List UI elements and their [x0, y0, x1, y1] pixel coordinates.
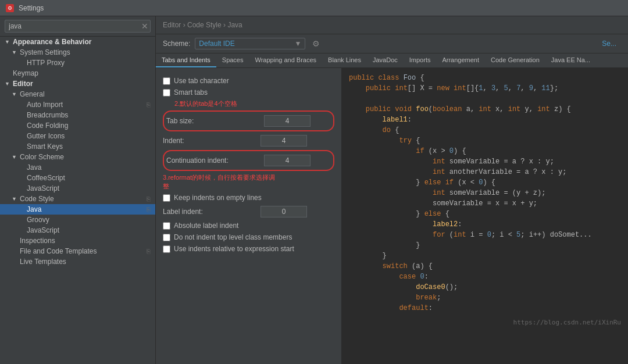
tab-javadoc[interactable]: JavaDoc	[367, 53, 404, 67]
no-indent-checkbox[interactable]	[163, 234, 170, 241]
tab-java-ee[interactable]: Java EE Na...	[545, 53, 596, 67]
tab-wrapping[interactable]: Wrapping and Braces	[249, 53, 323, 67]
code-line: try {	[349, 135, 621, 146]
sidebar-item-system-settings[interactable]: ▼ System Settings	[0, 47, 155, 58]
copy-icon: ⎘	[147, 101, 151, 108]
sidebar-item-label: Code Folding	[27, 122, 68, 130]
sidebar-item-java[interactable]: Java ⎘	[0, 204, 155, 215]
sidebar-item-http-proxy[interactable]: HTTP Proxy	[0, 58, 155, 68]
tab-code-gen[interactable]: Code Generation	[485, 53, 545, 67]
no-indent-row: Do not indent top level class members	[163, 231, 334, 243]
sidebar-item-label: Code Style	[20, 195, 54, 203]
title-bar: ⚙ Settings	[0, 0, 628, 16]
code-line: int anotherVariable = a ? x : y;	[349, 167, 621, 177]
sidebar-item-auto-import[interactable]: Auto Import ⎘	[0, 99, 155, 110]
sidebar-item-live-templates[interactable]: Live Templates	[0, 256, 155, 267]
keep-indents-checkbox[interactable]	[163, 194, 170, 202]
sidebar-item-label: Gutter Icons	[27, 132, 65, 140]
indent-input[interactable]	[261, 135, 307, 147]
scheme-value: Default IDE	[199, 40, 234, 48]
sidebar-item-general[interactable]: ▼ General	[0, 89, 155, 99]
sidebar-item-cs-javascript[interactable]: JavaScript	[0, 183, 155, 194]
smart-tabs-label: Smart tabs	[174, 88, 208, 97]
tab-size-label: Tab size:	[166, 117, 259, 125]
split-view: Use tab character Smart tabs 2.默认的tab是4个…	[156, 68, 628, 364]
smart-tabs-row: Smart tabs	[163, 87, 334, 98]
arrow-icon: ▼	[12, 91, 17, 97]
absolute-label-label: Absolute label indent	[174, 222, 238, 230]
sidebar-item-gutter-icons[interactable]: Gutter Icons	[0, 131, 155, 141]
see-link[interactable]: Se...	[602, 40, 621, 48]
search-clear-icon[interactable]: ✕	[141, 22, 148, 31]
window-title: Settings	[19, 4, 44, 12]
sidebar-item-breadcrumbs[interactable]: Breadcrumbs	[0, 110, 155, 120]
arrow-icon: ▼	[12, 154, 17, 160]
sidebar-item-label: Appearance & Behavior	[13, 38, 91, 46]
label-indent-label: Label indent:	[163, 208, 256, 216]
sidebar-item-label: Smart Keys	[27, 142, 63, 151]
tab-size-row: Tab size:	[166, 113, 331, 129]
code-line: public class Foo {	[349, 73, 621, 83]
indent-label: Indent:	[163, 137, 256, 145]
sidebar-item-label: Color Scheme	[20, 153, 64, 161]
watermark: https://blog.csdn.net/iXinRu	[349, 318, 621, 328]
copy-icon: ⎘	[147, 195, 151, 202]
smart-tabs-checkbox[interactable]	[163, 89, 170, 97]
tab-imports[interactable]: Imports	[404, 53, 437, 67]
sidebar-item-label: System Settings	[20, 48, 70, 56]
gear-button[interactable]: ⚙	[310, 38, 322, 49]
sidebar-item-javascript-cs[interactable]: JavaScript	[0, 225, 155, 235]
tab-arrangement[interactable]: Arrangement	[436, 53, 485, 67]
sidebar-item-code-folding[interactable]: Code Folding	[0, 120, 155, 131]
scheme-select[interactable]: Default IDE ▼	[195, 38, 305, 49]
sidebar-item-label: Java	[27, 163, 41, 172]
sidebar-item-label: Live Templates	[20, 258, 66, 266]
arrow-icon: ▼	[12, 196, 17, 202]
code-line: } else if (x < 0) {	[349, 177, 621, 188]
sidebar-item-keymap[interactable]: Keymap	[0, 68, 155, 78]
sidebar-item-appearance[interactable]: ▼ Appearance & Behavior	[0, 37, 155, 47]
sidebar-item-color-scheme[interactable]: ▼ Color Scheme	[0, 152, 155, 162]
code-line: }	[349, 251, 621, 261]
label-indent-input[interactable]	[261, 206, 307, 217]
sidebar-item-groovy[interactable]: Groovy	[0, 215, 155, 225]
annotation-reformat: 3.reformat的时候，自行按着要求选择调整	[163, 172, 279, 192]
breadcrumb: Editor › Code Style › Java	[156, 16, 628, 34]
code-line: for (int i = 0; i < 5; i++) doSomet...	[349, 230, 621, 240]
sidebar-item-label: HTTP Proxy	[27, 59, 65, 67]
code-line: doCase0();	[349, 282, 621, 292]
absolute-label-checkbox[interactable]	[163, 222, 170, 230]
sidebar-item-code-style[interactable]: ▼ Code Style ⎘	[0, 194, 155, 204]
sidebar-item-label: Inspections	[20, 237, 55, 245]
sidebar-item-file-code-templates[interactable]: File and Code Templates ⎘	[0, 246, 155, 256]
sidebar-item-label: JavaScript	[27, 184, 59, 192]
tab-tabs-indents[interactable]: Tabs and Indents	[156, 53, 216, 67]
copy-icon: ⎘	[147, 206, 151, 213]
sidebar-item-label: Groovy	[27, 216, 49, 224]
annotation-tab: 2.默认的tab是4个空格	[163, 98, 334, 109]
code-line: }	[349, 240, 621, 251]
app-icon: ⚙	[6, 4, 14, 12]
dropdown-icon: ▼	[294, 40, 301, 48]
code-line: if (x > 0) {	[349, 146, 621, 156]
sidebar-item-cs-java[interactable]: Java	[0, 162, 155, 173]
sidebar-item-cs-coffeescript[interactable]: CoffeeScript	[0, 173, 155, 183]
code-line: label1:	[349, 115, 621, 125]
sidebar-item-editor[interactable]: ▼ Editor	[0, 78, 155, 89]
code-line: default:	[349, 303, 621, 313]
tab-spaces[interactable]: Spaces	[216, 53, 249, 67]
code-panel: public class Foo { public int[] X = new …	[342, 68, 628, 364]
use-tab-checkbox[interactable]	[163, 77, 170, 85]
tree: ▼ Appearance & Behavior ▼ System Setting…	[0, 37, 155, 267]
search-input[interactable]	[5, 20, 151, 33]
tab-size-input[interactable]	[264, 115, 311, 127]
sidebar-item-label: General	[20, 90, 45, 98]
sidebar-item-inspections[interactable]: Inspections	[0, 235, 155, 246]
sidebar-item-smart-keys[interactable]: Smart Keys	[0, 141, 155, 152]
tab-blank-lines[interactable]: Blank Lines	[322, 53, 367, 67]
continuation-input[interactable]	[264, 155, 311, 166]
use-tab-row: Use tab character	[163, 75, 334, 87]
code-line: public int[] X = new int[]{1, 3, 5, 7, 9…	[349, 83, 621, 94]
use-indents-rel-checkbox[interactable]	[163, 245, 170, 253]
sidebar-item-label: JavaScript	[27, 226, 59, 234]
